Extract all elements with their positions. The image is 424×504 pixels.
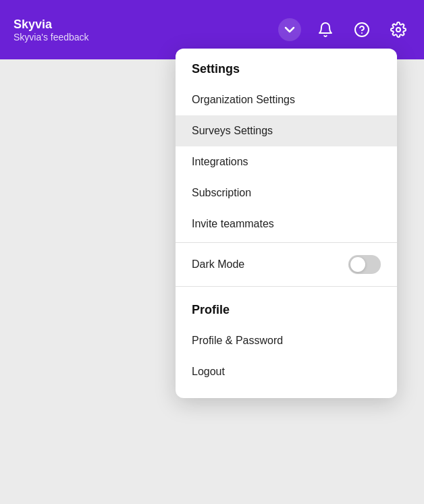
gear-icon [390,22,406,38]
menu-item-subscription[interactable]: Subscription [176,177,397,208]
dropdown-toggle-button[interactable] [278,18,301,41]
menu-item-dark-mode[interactable]: Dark Mode [176,246,397,283]
app-subtitle: Skyvia's feedback [14,32,89,43]
menu-item-integrations[interactable]: Integrations [176,146,397,177]
menu-divider-2 [176,286,397,287]
settings-section-header: Settings [176,49,397,84]
help-circle-icon [354,22,370,38]
dark-mode-toggle[interactable] [348,255,381,274]
dark-mode-toggle-container [348,255,381,274]
header-icons [278,18,410,42]
brand-section: Skyvia Skyvia's feedback [14,18,278,43]
settings-button[interactable] [386,18,410,42]
chevron-down-icon [282,22,298,38]
menu-item-logout[interactable]: Logout [176,356,397,387]
profile-section-header: Profile [176,289,397,325]
menu-divider-1 [176,242,397,243]
notifications-button[interactable] [313,18,338,42]
menu-item-invite-teammates[interactable]: Invite teammates [176,208,397,240]
help-button[interactable] [350,18,374,42]
menu-item-surveys-settings[interactable]: Surveys Settings [176,115,397,146]
bell-icon [317,22,334,38]
toggle-knob [350,257,365,272]
settings-dropdown-menu: Settings Organization Settings Surveys S… [176,49,397,398]
app-title: Skyvia [14,18,52,32]
svg-point-2 [396,28,400,32]
menu-item-organization-settings[interactable]: Organization Settings [176,84,397,115]
menu-item-profile-password[interactable]: Profile & Password [176,325,397,356]
